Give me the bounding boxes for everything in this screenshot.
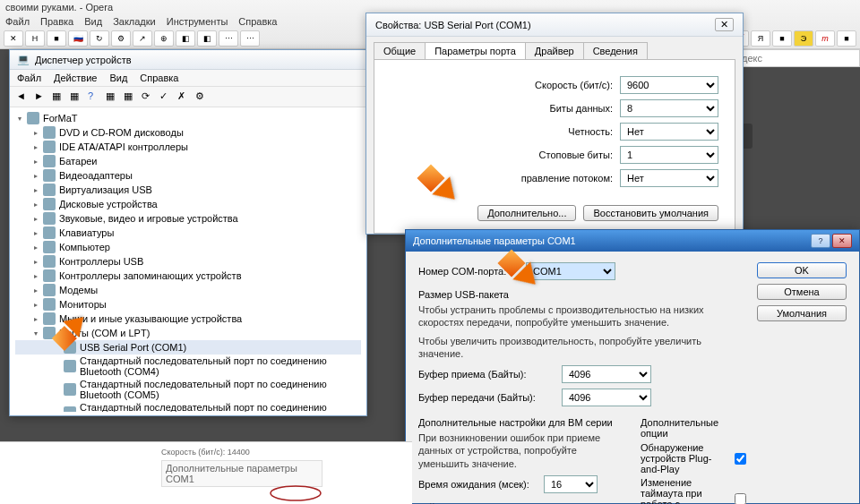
tree-node[interactable]: ▸Звуковые, видео и игровые устройства	[15, 211, 361, 226]
tree-node[interactable]: ▸IDE ATA/ATAPI контроллеры	[15, 140, 361, 154]
opera-tab[interactable]: ⊕	[154, 30, 174, 47]
forward-icon[interactable]: ►	[33, 90, 47, 104]
help-icon[interactable]: ?	[87, 90, 101, 104]
cancel-button[interactable]: Отмена	[757, 284, 847, 300]
flowcontrol-select[interactable]: Нет	[620, 169, 718, 187]
port-icon	[64, 360, 76, 372]
opera-tab[interactable]: ↗	[133, 30, 152, 47]
defaults-button[interactable]: Умолчания	[757, 305, 847, 321]
tree-leaf[interactable]: Стандартный последовательный порт по сое…	[15, 355, 361, 378]
wait-select[interactable]: 16	[544, 475, 598, 493]
parity-select[interactable]: Нет	[620, 123, 718, 141]
opera-tab[interactable]: ↻	[90, 30, 109, 47]
close-icon[interactable]: ✕	[832, 234, 852, 248]
tree-node[interactable]: ▸DVD и CD-ROM дисководы	[15, 125, 361, 140]
tree-node[interactable]: ▸Контроллеры USB	[15, 254, 361, 269]
toolbar-icon[interactable]: ▦	[105, 90, 119, 104]
tx-buffer-select[interactable]: 4096	[562, 389, 651, 406]
databits-select[interactable]: 8	[620, 99, 718, 117]
menu-edit[interactable]: Правка	[40, 16, 73, 27]
dialog-titlebar: Свойства: USB Serial Port (COM1) ✕	[366, 13, 743, 37]
opera-tab[interactable]: ◧	[197, 30, 217, 47]
storage-icon	[43, 269, 56, 282]
rx-buffer-label: Буфер приема (Байты):	[418, 369, 553, 380]
back-icon[interactable]: ◄	[15, 90, 30, 104]
mouse-icon	[43, 312, 56, 325]
tree-node[interactable]: ▸Компьютер	[15, 240, 361, 254]
cdrom-icon	[43, 126, 56, 139]
tree-label: Стандартный последовательный порт по сое…	[80, 355, 361, 377]
tab-port-settings[interactable]: Параметры порта	[425, 42, 526, 59]
tree-leaf[interactable]: Стандартный последовательный порт по сое…	[15, 401, 361, 412]
computer-icon	[27, 112, 39, 124]
opera-tab[interactable]: ◧	[176, 30, 195, 47]
toolbar-icon[interactable]: ✓	[159, 90, 173, 104]
help-icon[interactable]: ?	[811, 234, 830, 248]
opera-tab[interactable]: ✕	[4, 30, 23, 47]
usb-desc: Чтобы устранить проблемы с производитель…	[418, 303, 746, 329]
close-icon[interactable]: ✕	[715, 18, 734, 31]
usb-desc: Чтобы увеличить производительность, попр…	[418, 335, 746, 361]
thumb-title: Дополнительные параметры COM1	[166, 463, 297, 484]
toolbar-icon[interactable]: ⚙	[194, 90, 209, 104]
opt-label: Обнаружение устройств Plug-and-Play	[641, 442, 730, 474]
dialog-body: Номер COM-порта: COM1 Размер USB-пакета …	[406, 252, 859, 500]
stopbits-select[interactable]: 1	[620, 146, 718, 164]
computer-icon: 💻	[17, 54, 30, 65]
menu-view[interactable]: Вид	[84, 16, 102, 27]
tree-node[interactable]: ▸Видеоадаптеры	[15, 168, 361, 183]
tree-label: Стандартный последовательный порт по сое…	[80, 379, 361, 400]
menu-tools[interactable]: Инструменты	[167, 16, 228, 27]
opera-tab[interactable]: H	[25, 30, 45, 47]
tree-node[interactable]: ▸Контроллеры запоминающих устройств	[15, 269, 361, 283]
menu-action[interactable]: Действие	[54, 73, 97, 83]
menu-file[interactable]: Файл	[5, 16, 30, 27]
tree-node[interactable]: ▸Дисковые устройства	[15, 197, 361, 211]
tab-details[interactable]: Сведения	[583, 42, 648, 59]
ok-button[interactable]: OK	[757, 262, 847, 278]
favicon-icon[interactable]: 🇷🇺	[68, 30, 88, 47]
opera-tab[interactable]: m	[815, 30, 835, 47]
opera-tab[interactable]: ■	[47, 30, 66, 47]
rx-buffer-select[interactable]: 4096	[562, 365, 651, 383]
opera-tab[interactable]: Э	[794, 30, 813, 47]
opera-tab[interactable]: Я	[751, 30, 770, 47]
opt-pnp-checkbox[interactable]	[735, 453, 746, 465]
tree-node[interactable]: ▸Модемы	[15, 283, 361, 297]
toolbar-icon[interactable]: ▦	[69, 90, 83, 104]
menu-file[interactable]: Файл	[17, 73, 41, 83]
opera-tab[interactable]: ⚙	[111, 30, 131, 47]
dialog-titlebar: Дополнительные параметры COM1 ? ✕	[406, 230, 859, 252]
menu-bookmarks[interactable]: Закладки	[113, 16, 156, 27]
tree-node[interactable]: ▸Виртуализация USB	[15, 183, 361, 197]
refresh-icon[interactable]: ⟳	[141, 90, 155, 104]
opt-printer-timeout-checkbox[interactable]	[735, 493, 746, 504]
menu-help[interactable]: Справка	[238, 16, 277, 27]
tree-node[interactable]: ▸Клавиатуры	[15, 226, 361, 240]
toolbar-icon[interactable]: ▦	[51, 90, 65, 104]
menu-help[interactable]: Справка	[140, 73, 178, 83]
tab-general[interactable]: Общие	[374, 42, 426, 59]
device-tree[interactable]: ▾ForMaT ▸DVD и CD-ROM дисководы ▸IDE ATA…	[10, 107, 366, 412]
advanced-button[interactable]: Дополнительно...	[477, 205, 576, 221]
window-title: Диспетчер устройств	[35, 55, 132, 65]
tree-node[interactable]: ▸Мониторы	[15, 297, 361, 312]
restore-defaults-button[interactable]: Восстановить умолчания	[583, 205, 718, 221]
tab-driver[interactable]: Драйвер	[525, 42, 584, 59]
tree-root[interactable]: ▾ForMaT	[15, 111, 361, 125]
tree-leaf[interactable]: Стандартный последовательный порт по сое…	[15, 378, 361, 401]
opera-tab[interactable]: ■	[772, 30, 792, 47]
menu-view[interactable]: Вид	[109, 73, 127, 83]
opera-tab[interactable]: ⋯	[240, 30, 260, 47]
tree-node[interactable]: ▸Батареи	[15, 154, 361, 168]
dialog-tabs: Общие Параметры порта Драйвер Сведения	[366, 37, 743, 59]
toolbar-icon[interactable]: ✗	[176, 90, 191, 104]
battery-icon	[43, 155, 56, 167]
ide-icon	[43, 141, 56, 153]
speed-select[interactable]: 9600	[620, 76, 718, 94]
speed-label: Скорость (бит/с):	[535, 80, 613, 90]
opera-tab[interactable]: ■	[837, 30, 856, 47]
tree-label: Стандартный последовательный порт по сое…	[80, 402, 361, 412]
toolbar-icon[interactable]: ▦	[123, 90, 137, 104]
opera-tab[interactable]: ⋯	[219, 30, 238, 47]
